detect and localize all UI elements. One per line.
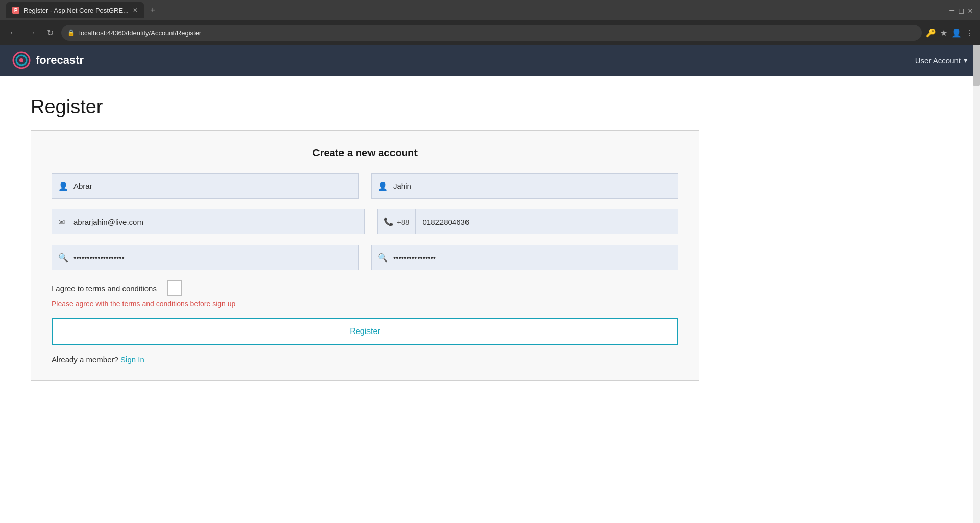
password-input[interactable]: [74, 253, 352, 262]
forward-button[interactable]: →: [24, 26, 39, 40]
page-content: Register Create a new account 👤 👤 ✉ 📞: [0, 76, 766, 401]
window-controls: ─ □ ✕: [948, 7, 974, 14]
browser-chrome: P Register - Asp.Net Core PostGRE... ✕ +…: [0, 0, 980, 45]
browser-tab[interactable]: P Register - Asp.Net Core PostGRE... ✕: [6, 2, 144, 18]
browser-toolbar: ← → ↻ 🔒 localhost:44360/Identity/Account…: [0, 20, 980, 45]
error-message: Please agree with the terms and conditio…: [52, 300, 678, 308]
email-phone-row: ✉ 📞 +88: [52, 209, 678, 234]
close-button[interactable]: ✕: [967, 7, 974, 14]
address-bar[interactable]: 🔒 localhost:44360/Identity/Account/Regis…: [61, 25, 922, 41]
person-icon-first: 👤: [58, 181, 68, 191]
person-icon-last: 👤: [378, 181, 388, 191]
refresh-button[interactable]: ↻: [43, 26, 57, 40]
signin-row: Already a member? Sign In: [52, 355, 678, 364]
terms-label: I agree to terms and conditions: [52, 284, 157, 293]
already-member-text: Already a member?: [52, 355, 118, 364]
register-card: Create a new account 👤 👤 ✉ 📞 +88: [31, 130, 699, 381]
email-input[interactable]: [74, 218, 358, 226]
register-button[interactable]: Register: [52, 318, 678, 345]
first-name-input[interactable]: [74, 182, 352, 191]
tab-close-button[interactable]: ✕: [133, 7, 138, 14]
new-tab-button[interactable]: +: [150, 5, 156, 16]
back-button[interactable]: ←: [6, 26, 20, 40]
browser-toolbar-icons: 🔑 ★ 👤 ⋮: [926, 28, 974, 38]
page-title: Register: [31, 96, 735, 118]
email-icon: ✉: [58, 217, 68, 227]
card-heading: Create a new account: [52, 147, 678, 159]
brand-name: forecastr: [36, 54, 84, 67]
tab-title: Register - Asp.Net Core PostGRE...: [23, 7, 129, 14]
brand-logo: [12, 51, 31, 69]
dropdown-icon: ▾: [964, 56, 968, 65]
email-group: ✉: [52, 209, 365, 234]
profile-icon[interactable]: 👤: [951, 28, 962, 38]
password-icon: 🔍: [58, 253, 68, 263]
terms-row: I agree to terms and conditions: [52, 280, 678, 296]
phone-input[interactable]: [416, 218, 678, 226]
minimize-button[interactable]: ─: [948, 7, 955, 14]
last-name-input[interactable]: [393, 182, 672, 191]
url-text: localhost:44360/Identity/Account/Registe…: [79, 29, 201, 37]
user-account-label: User Account: [915, 56, 961, 65]
tab-favicon: P: [12, 7, 19, 14]
signin-link[interactable]: Sign In: [120, 355, 144, 364]
first-name-group: 👤: [52, 173, 359, 199]
confirm-password-input[interactable]: [393, 253, 672, 262]
browser-titlebar: P Register - Asp.Net Core PostGRE... ✕ +…: [0, 0, 980, 20]
last-name-group: 👤: [371, 173, 678, 199]
key-icon: 🔑: [926, 28, 936, 38]
phone-icon: 📞: [384, 217, 394, 226]
terms-checkbox[interactable]: [167, 280, 182, 296]
menu-icon[interactable]: ⋮: [966, 28, 974, 38]
svg-point-2: [19, 58, 23, 62]
brand[interactable]: forecastr: [12, 51, 84, 69]
password-group: 🔍: [52, 245, 359, 270]
navbar: forecastr User Account ▾: [0, 45, 980, 76]
user-account-menu[interactable]: User Account ▾: [915, 56, 968, 65]
scrollbar-thumb[interactable]: [973, 45, 980, 86]
scrollbar[interactable]: [973, 45, 980, 401]
password-row: 🔍 🔍: [52, 245, 678, 270]
bookmark-icon[interactable]: ★: [940, 28, 947, 38]
confirm-password-group: 🔍: [371, 245, 678, 270]
confirm-password-icon: 🔍: [378, 253, 388, 263]
name-row: 👤 👤: [52, 173, 678, 199]
phone-prefix-text: +88: [397, 218, 409, 226]
lock-icon: 🔒: [67, 29, 75, 36]
phone-group: 📞 +88: [377, 209, 678, 234]
maximize-button[interactable]: □: [958, 7, 965, 14]
phone-prefix: 📞 +88: [378, 209, 416, 234]
